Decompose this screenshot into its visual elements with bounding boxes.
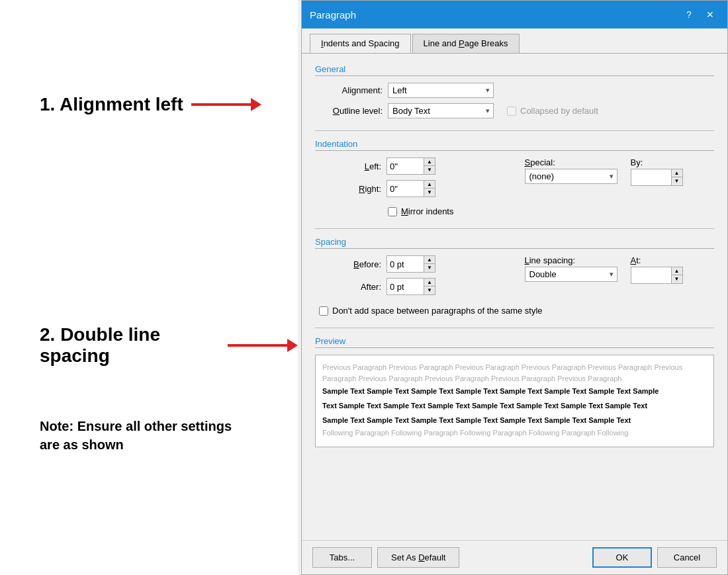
outline-row: Outline level: Body Text Level 1 Level 2… — [315, 103, 714, 118]
special-select[interactable]: (none) First line Hanging — [525, 169, 617, 184]
paragraph-dialog: Paragraph ? ✕ Indents and Spacing Line a… — [301, 0, 728, 575]
indent-left-input[interactable] — [387, 160, 424, 173]
at-down[interactable]: ▼ — [672, 275, 682, 283]
indent-right-down[interactable]: ▼ — [424, 189, 435, 197]
by-spinbox: ▲ ▼ — [631, 169, 683, 186]
preview-previous: Previous Paragraph Previous Paragraph Pr… — [322, 362, 707, 384]
before-row: Before: ▲ ▼ — [315, 255, 505, 273]
after-up[interactable]: ▲ — [424, 279, 435, 287]
annotation-2: 2. Double line spacing — [40, 324, 298, 367]
after-input[interactable] — [387, 281, 424, 293]
after-row: After: ▲ ▼ — [315, 278, 505, 295]
special-select-wrapper: (none) First line Hanging — [525, 169, 617, 184]
tab-indents-spacing-label: Indents and Spacing — [321, 38, 400, 48]
close-button[interactable]: ✕ — [701, 5, 719, 24]
annotation-2-text: 2. Double line spacing — [40, 324, 220, 367]
indent-left-spinbox-btns: ▲ ▼ — [424, 158, 435, 174]
preview-box: Previous Paragraph Previous Paragraph Pr… — [315, 355, 714, 447]
indentation-right-col: Special: (none) First line Hanging — [525, 157, 715, 186]
mirror-indents-checkbox[interactable] — [388, 207, 397, 216]
at-label: At: — [631, 255, 683, 265]
dialog-footer: Tabs... Set As Default OK Cancel — [302, 540, 727, 574]
by-col: By: ▲ ▼ — [631, 157, 683, 186]
before-up[interactable]: ▲ — [424, 256, 435, 264]
indentation-section-title: Indentation — [315, 139, 714, 151]
mirror-indents-row: Mirror indents — [388, 206, 714, 216]
annotation-note: Note: Ensure all other settings are as s… — [40, 417, 251, 454]
collapsed-default-checkbox[interactable] — [507, 107, 516, 116]
dont-add-space-row: Don't add space between paragraphs of th… — [319, 306, 714, 316]
indent-right-input[interactable] — [387, 183, 424, 195]
by-label: By: — [631, 157, 683, 167]
before-spinbox: ▲ ▼ — [387, 255, 435, 273]
tabs-bar: Indents and Spacing Line and Page Breaks — [302, 28, 727, 54]
by-input[interactable] — [631, 171, 671, 184]
special-group: Special: (none) First line Hanging — [525, 157, 715, 186]
before-input[interactable] — [387, 258, 424, 271]
indent-right-row: Right: ▲ ▼ — [315, 180, 505, 197]
alignment-select[interactable]: Left Centered Right Justified — [388, 83, 494, 98]
indent-right-up[interactable]: ▲ — [424, 181, 435, 189]
outline-select-wrapper: Body Text Level 1 Level 2 Level 3 — [388, 103, 494, 118]
indent-left-down[interactable]: ▼ — [424, 166, 435, 174]
arrow-1 — [191, 98, 261, 111]
set-default-label: Set As Default — [391, 553, 445, 562]
preview-sample-3: Sample Text Sample Text Sample Text Samp… — [322, 413, 707, 427]
dont-add-space-label: Don't add space between paragraphs of th… — [332, 306, 543, 316]
annotation-1-text: 1. Alignment left — [40, 94, 183, 115]
at-up[interactable]: ▲ — [672, 267, 682, 275]
dialog-titlebar: Paragraph ? ✕ — [302, 1, 727, 28]
after-down[interactable]: ▼ — [424, 287, 435, 294]
general-section: General Alignment: Left Centered Right J… — [315, 64, 714, 118]
preview-following: Following Paragraph Following Paragraph … — [322, 427, 707, 439]
collapsed-default-label: Collapsed by default — [520, 106, 598, 116]
alignment-row: Alignment: Left Centered Right Justified — [315, 83, 714, 98]
outline-label: Outline level: — [315, 106, 388, 116]
after-label: After: — [315, 282, 381, 292]
by-up[interactable]: ▲ — [672, 169, 682, 177]
indentation-cols: Left: ▲ ▼ Right: — [315, 157, 714, 202]
ok-button[interactable]: OK — [592, 547, 652, 568]
indent-right-spinbox-btns: ▲ ▼ — [424, 181, 435, 197]
dialog-title: Paragraph — [310, 9, 677, 21]
line-spacing-select[interactable]: Single 1.5 lines Double At least Exactly… — [525, 267, 617, 282]
preview-sample-1: Sample Text Sample Text Sample Text Samp… — [322, 384, 707, 398]
spacing-section: Spacing Before: ▲ ▼ — [315, 237, 714, 316]
at-input[interactable] — [631, 269, 671, 282]
after-spinbox: ▲ ▼ — [387, 278, 435, 295]
preview-section-title: Preview — [315, 336, 714, 348]
line-spacing-label: Line spacing: — [525, 255, 617, 265]
preview-section: Preview Previous Paragraph Previous Para… — [315, 336, 714, 447]
alignment-select-wrapper: Left Centered Right Justified — [388, 83, 494, 98]
before-down[interactable]: ▼ — [424, 264, 435, 272]
at-spinbox-btns: ▲ ▼ — [671, 267, 682, 283]
dont-add-space-checkbox[interactable] — [319, 306, 328, 316]
special-col: Special: (none) First line Hanging — [525, 157, 617, 184]
tabs-button[interactable]: Tabs... — [312, 547, 372, 568]
indent-left-label: Left: — [315, 161, 381, 171]
alignment-label: Alignment: — [315, 85, 388, 95]
tab-line-page-breaks[interactable]: Line and Page Breaks — [412, 34, 520, 53]
help-button[interactable]: ? — [680, 5, 698, 24]
at-col: At: ▲ ▼ — [631, 255, 683, 284]
spacing-right-col: Line spacing: Single 1.5 lines Double At… — [525, 255, 715, 284]
before-label: Before: — [315, 259, 381, 269]
indent-right-spinbox: ▲ ▼ — [387, 180, 435, 197]
annotation-1: 1. Alignment left — [40, 94, 261, 115]
outline-select[interactable]: Body Text Level 1 Level 2 Level 3 — [388, 103, 494, 118]
after-spinbox-btns: ▲ ▼ — [424, 279, 435, 294]
indent-right-label: Right: — [315, 184, 381, 194]
special-label: Special: — [525, 157, 617, 167]
by-down[interactable]: ▼ — [672, 177, 682, 185]
by-spinbox-btns: ▲ ▼ — [671, 169, 682, 185]
general-section-title: General — [315, 64, 714, 76]
line-spacing-select-wrapper: Single 1.5 lines Double At least Exactly… — [525, 267, 617, 282]
set-default-button[interactable]: Set As Default — [377, 547, 459, 568]
line-spacing-col: Line spacing: Single 1.5 lines Double At… — [525, 255, 617, 282]
dialog-content: Indents and Spacing Line and Page Breaks… — [302, 28, 727, 574]
preview-sample-2: Text Sample Text Sample Text Sample Text… — [322, 398, 707, 413]
collapsed-default-group: Collapsed by default — [507, 106, 598, 116]
cancel-button[interactable]: Cancel — [657, 547, 717, 568]
tab-indents-spacing[interactable]: Indents and Spacing — [310, 34, 411, 53]
indent-left-up[interactable]: ▲ — [424, 158, 435, 166]
